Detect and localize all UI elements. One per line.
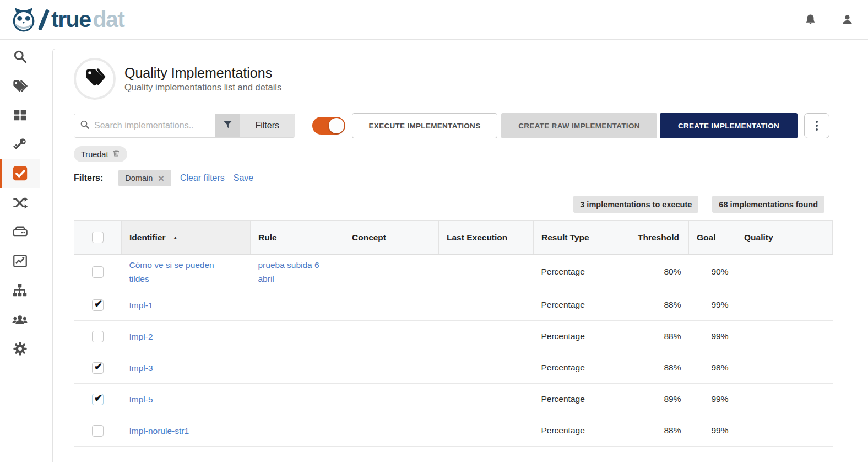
header-rule[interactable]: Rule <box>251 221 344 255</box>
cell-last-execution <box>439 384 534 415</box>
filters-label: Filters: <box>74 173 103 183</box>
page-title: Quality Implementations <box>124 65 281 81</box>
search-icon <box>13 49 28 64</box>
execute-mode-toggle[interactable] <box>312 117 345 135</box>
row-checkbox[interactable] <box>92 266 104 278</box>
identifier-link[interactable]: Impl-norule-str1 <box>129 424 189 438</box>
tag-chip-label: Truedat <box>81 150 108 159</box>
sidebar-item-access[interactable] <box>0 130 40 159</box>
cell-concept <box>344 255 439 289</box>
cell-threshold: 88% <box>630 352 689 384</box>
tags-icon <box>83 66 106 92</box>
filters-row: Filters: Domain ✕ Clear filters Save <box>74 170 832 186</box>
identifier-link[interactable]: Cómo ve si se pueden tildes <box>129 258 220 286</box>
sidebar-item-taxonomy[interactable] <box>0 276 40 305</box>
bell-icon[interactable] <box>804 13 817 26</box>
funnel-filter-button[interactable] <box>215 114 240 137</box>
sitemap-icon <box>12 283 28 298</box>
row-checkbox[interactable] <box>92 299 104 311</box>
clear-filters-link[interactable]: Clear filters <box>180 173 225 183</box>
logo-text-dat: dat <box>93 8 124 31</box>
table-row: Impl-1 Percentage 88% 99% <box>74 289 833 321</box>
header-identifier[interactable]: Identifier ▲ <box>122 221 251 255</box>
header-threshold[interactable]: Threshold <box>630 221 689 255</box>
remove-domain-filter-icon[interactable]: ✕ <box>158 174 165 182</box>
trash-icon[interactable] <box>112 149 120 159</box>
cell-result-type: Percentage <box>534 255 630 289</box>
select-all-checkbox[interactable] <box>92 232 104 243</box>
cell-rule <box>251 384 344 415</box>
header-select-all[interactable] <box>74 221 122 255</box>
sidebar-item-search[interactable] <box>0 42 40 71</box>
cell-goal: 99% <box>689 321 736 352</box>
header-concept[interactable]: Concept <box>344 221 439 255</box>
page-subtitle: Quality implementations list and details <box>124 82 281 93</box>
cell-threshold: 80% <box>630 255 689 289</box>
user-icon[interactable] <box>841 13 854 26</box>
logo-slash <box>38 9 50 31</box>
check-square-icon <box>12 165 28 181</box>
toolbar: Filters EXECUTE IMPLEMENTATIONS CREATE R… <box>74 113 832 138</box>
found-badge: 68 implementations found <box>712 196 824 213</box>
filters-button[interactable]: Filters <box>240 114 295 137</box>
sidebar-item-dashboard[interactable] <box>0 100 40 130</box>
table-row: Impl-3 Percentage 88% 98% <box>74 352 833 384</box>
cell-quality <box>736 415 833 447</box>
cell-last-execution <box>439 321 534 352</box>
truedat-tag-chip[interactable]: Truedat <box>74 146 127 162</box>
more-options-button[interactable] <box>804 113 829 138</box>
row-checkbox[interactable] <box>92 362 104 374</box>
grid-icon <box>13 108 28 122</box>
row-checkbox[interactable] <box>92 394 104 405</box>
cell-rule <box>251 415 344 447</box>
identifier-link[interactable]: Impl-3 <box>129 361 153 375</box>
funnel-icon <box>223 120 233 132</box>
cell-result-type: Percentage <box>534 384 630 415</box>
identifier-link[interactable]: Impl-1 <box>129 298 153 312</box>
app-logo[interactable]: true dat <box>10 6 124 34</box>
create-raw-implementation-button[interactable]: CREATE RAW IMPLEMENTATION <box>501 113 657 138</box>
to-execute-badge: 3 implementations to execute <box>573 196 698 213</box>
sidebar-item-settings[interactable] <box>0 334 40 363</box>
cell-threshold: 88% <box>630 321 689 352</box>
cell-result-type: Percentage <box>534 289 630 321</box>
rule-link[interactable]: prueba subida 6 abril <box>258 258 327 286</box>
cell-goal: 99% <box>689 384 736 415</box>
header-quality[interactable]: Quality <box>736 221 833 255</box>
execute-implementations-button[interactable]: EXECUTE IMPLEMENTATIONS <box>352 113 497 138</box>
sidebar-item-analytics[interactable] <box>0 246 40 276</box>
content-card: Quality Implementations Quality implemen… <box>52 49 868 462</box>
cell-threshold: 88% <box>630 289 689 321</box>
domain-filter-chip[interactable]: Domain ✕ <box>118 170 171 186</box>
identifier-link[interactable]: Impl-2 <box>129 330 153 343</box>
header-goal[interactable]: Goal <box>689 221 736 255</box>
page-header: Quality Implementations Quality implemen… <box>74 58 832 100</box>
row-checkbox[interactable] <box>92 331 104 342</box>
cell-goal: 98% <box>689 352 736 384</box>
table-header-row: Identifier ▲ Rule Concept Last Execution… <box>74 221 833 255</box>
cell-identifier: Impl-3 <box>122 352 251 384</box>
sidebar-item-quality[interactable] <box>0 159 40 188</box>
save-filters-link[interactable]: Save <box>234 173 253 183</box>
sidebar-item-glossary[interactable] <box>0 71 40 100</box>
users-icon <box>12 311 28 328</box>
badge-row: 3 implementations to execute 68 implemen… <box>74 196 832 213</box>
header-last-execution[interactable]: Last Execution <box>439 221 534 255</box>
table-row: Cómo ve si se pueden tildes prueba subid… <box>74 255 833 289</box>
topbar: true dat <box>0 0 868 40</box>
create-implementation-button[interactable]: CREATE IMPLEMENTATION <box>660 113 798 138</box>
cell-result-type: Percentage <box>534 352 630 384</box>
sidebar-item-users[interactable] <box>0 305 40 334</box>
search-input[interactable] <box>94 121 210 131</box>
identifier-link[interactable]: Impl-5 <box>129 393 153 406</box>
header-result-type[interactable]: Result Type <box>534 221 630 255</box>
sidebar-item-lineage[interactable] <box>0 188 40 217</box>
cell-concept <box>344 352 439 384</box>
row-checkbox[interactable] <box>92 425 104 437</box>
kebab-icon <box>816 121 818 123</box>
toggle-knob <box>329 118 344 133</box>
table-row: Impl-2 Percentage 88% 99% <box>74 321 833 352</box>
cell-rule <box>251 352 344 384</box>
table-row: Impl-5 Percentage 89% 99% <box>74 384 833 415</box>
sidebar-item-data[interactable] <box>0 217 40 246</box>
